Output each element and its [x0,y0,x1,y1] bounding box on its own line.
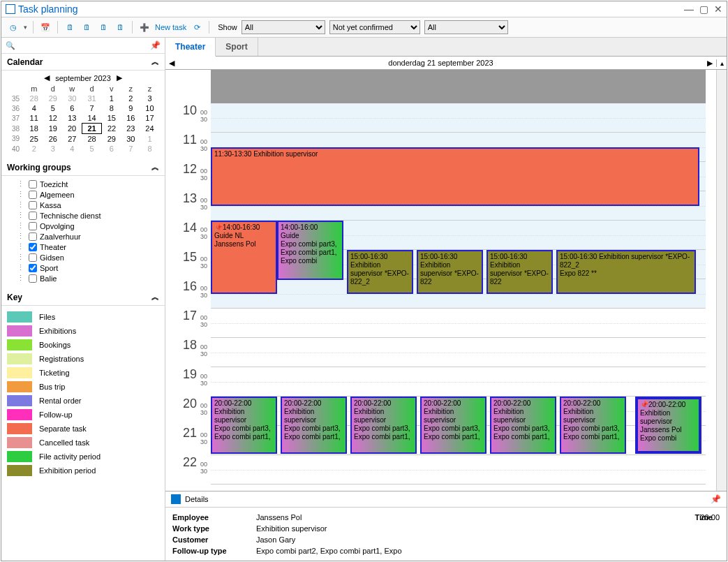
wg-checkbox[interactable] [29,180,37,188]
cal-day[interactable]: 2 [24,144,43,154]
key-panel-header[interactable]: Key ︽ [1,289,165,306]
filter-status[interactable]: Not yet confirmed [329,20,420,34]
cal-day[interactable]: 29 [102,134,121,145]
cal-day[interactable]: 6 [102,144,121,154]
wg-item[interactable]: ⋮Technische dienst [7,210,159,221]
calendar-5-icon[interactable]: 🗓 [80,21,93,34]
date-prev-button[interactable]: ◀ [165,59,178,68]
scrollbar[interactable] [716,70,727,491]
cal-prev-button[interactable]: ◀ [44,73,50,82]
event-block[interactable]: 11:30-13:30 Exhibition supervisor [211,147,699,206]
cal-day[interactable]: 10 [140,103,159,113]
event-block[interactable]: 📌20:00-22:00 Exhibition supervisor Janss… [635,397,701,454]
event-block[interactable]: 📌14:00-16:30 Guide NL Janssens Pol [211,221,277,294]
cal-day[interactable]: 4 [24,103,43,113]
cal-day[interactable]: 28 [82,134,102,145]
wg-item[interactable]: ⋮Gidsen [7,252,159,262]
cal-day[interactable]: 24 [140,124,159,134]
event-block[interactable]: 20:00-22:00 Exhibition supervisor Expo c… [350,397,417,454]
calendar-1-icon[interactable]: 🗓 [64,21,76,34]
wg-checkbox[interactable] [29,264,37,272]
cal-day[interactable]: 1 [140,134,159,145]
scroll-up-button[interactable]: ▴ [716,59,727,67]
pin-icon[interactable]: 📌 [711,494,721,504]
event-block[interactable]: 20:00-22:00 Exhibition supervisor Expo c… [490,397,556,454]
cal-day[interactable]: 8 [140,144,159,154]
cal-next-button[interactable]: ▶ [117,73,122,82]
wg-item[interactable]: ⋮Algemeen [7,189,159,200]
cal-day[interactable]: 19 [43,124,62,134]
cal-day[interactable]: 5 [82,144,102,154]
event-block[interactable]: 14:00-16:00 Guide Expo combi part3, Expo… [277,221,343,280]
cal-day[interactable]: 21 [82,124,102,134]
wg-checkbox[interactable] [29,274,37,283]
cal-day[interactable]: 20 [62,124,82,134]
wg-checkbox[interactable] [29,201,37,209]
cal-day[interactable]: 23 [121,124,140,134]
cal-day[interactable]: 11 [24,113,43,124]
cal-day[interactable]: 25 [24,134,43,145]
wg-checkbox[interactable] [29,243,37,251]
cal-day[interactable]: 3 [43,144,62,154]
event-block[interactable]: 15:00-16:30 Exhibition supervisor *EXPO-… [417,250,483,294]
wg-item[interactable]: ⋮Opvolging [7,221,159,231]
wg-item[interactable]: ⋮Theater [7,242,159,252]
calendar-panel-header[interactable]: Calendar ︽ [1,54,165,71]
event-block[interactable]: 15:00-16:30 Exhibition supervisor *EXPO-… [486,250,553,294]
cal-day[interactable]: 18 [24,124,43,134]
cal-day[interactable]: 26 [43,134,62,145]
refresh-icon[interactable]: ⟳ [191,21,203,34]
calendar-7-icon[interactable]: 🗓 [97,21,110,34]
cal-day[interactable]: 16 [121,113,140,124]
cal-day[interactable]: 5 [43,103,62,113]
cal-day[interactable]: 30 [62,94,82,103]
event-block[interactable]: 15:00-16:30 Exhibition supervisor *EXPO-… [347,250,413,294]
event-block[interactable]: 20:00-22:00 Exhibition supervisor Expo c… [211,397,277,454]
cal-day[interactable]: 7 [121,144,140,154]
event-block[interactable]: 20:00-22:00 Exhibition supervisor Expo c… [420,397,486,454]
wg-checkbox[interactable] [29,222,37,230]
wg-checkbox[interactable] [29,191,37,199]
event-block[interactable]: 20:00-22:00 Exhibition supervisor Expo c… [560,397,626,454]
wg-item[interactable]: ⋮Toezicht [7,179,159,189]
wg-item[interactable]: ⋮Balie [7,273,159,283]
calendar-day-icon[interactable]: 📅 [39,21,52,34]
cal-day[interactable]: 12 [43,113,62,124]
tab-theater[interactable]: Theater [165,38,216,57]
wg-item[interactable]: ⋮Sport [7,262,159,273]
cal-day[interactable]: 31 [82,94,102,103]
cal-day[interactable]: 6 [62,103,82,113]
cal-day[interactable]: 22 [102,124,121,134]
cal-day[interactable]: 17 [140,113,159,124]
cal-day[interactable]: 9 [121,103,140,113]
cal-day[interactable]: 29 [43,94,62,103]
cal-day[interactable]: 7 [82,103,102,113]
cal-day[interactable]: 27 [62,134,82,145]
clock-icon[interactable]: ◷ [7,21,20,34]
search-input[interactable] [18,41,150,50]
cal-day[interactable]: 30 [121,134,140,145]
wg-checkbox[interactable] [29,212,37,220]
close-button[interactable]: ✕ [714,3,722,15]
cal-day[interactable]: 1 [102,94,121,103]
add-icon[interactable]: ➕ [138,21,151,34]
filter-all-2[interactable]: All [424,20,508,34]
cal-day[interactable]: 8 [102,103,121,113]
schedule-grid[interactable]: 1000301100301200301300301400301500301600… [165,70,716,491]
cal-day[interactable]: 28 [24,94,43,103]
wg-item[interactable]: ⋮Zaalverhuur [7,231,159,242]
wg-panel-header[interactable]: Working groups ︽ [1,159,165,176]
filter-all-1[interactable]: All [242,20,325,34]
date-next-button[interactable]: ▶ [704,59,716,68]
wg-checkbox[interactable] [29,232,37,241]
cal-day[interactable]: 3 [140,94,159,103]
cal-day[interactable]: 15 [102,113,121,124]
cal-day[interactable]: 2 [121,94,140,103]
calendar-grid[interactable]: mdwdvzz352829303112336456789103711121314… [7,84,159,154]
new-task-button[interactable]: New task [155,23,186,31]
minimize-button[interactable]: — [684,3,694,15]
wg-item[interactable]: ⋮Kassa [7,200,159,210]
cal-day[interactable]: 14 [82,113,102,124]
pin-icon[interactable]: 📌 [150,40,161,50]
cal-day[interactable]: 13 [62,113,82,124]
